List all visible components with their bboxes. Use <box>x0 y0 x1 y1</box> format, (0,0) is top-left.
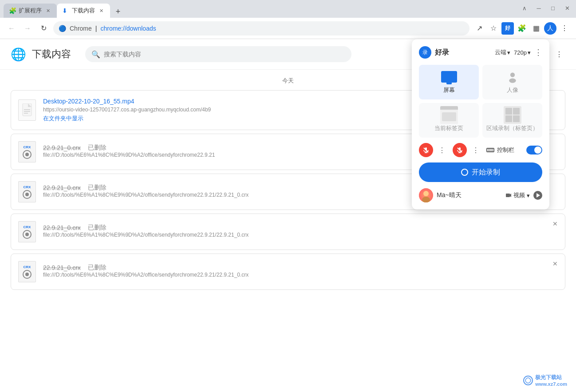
watermark-url: www.xz7.com <box>535 381 567 387</box>
control-bar-label: 控制栏 <box>497 146 514 154</box>
chrome-favicon: 🔵 <box>59 25 66 32</box>
cloud-dropdown[interactable]: 云端 ▾ <box>495 48 510 56</box>
popup-more-button[interactable]: ⋮ <box>534 48 542 57</box>
recording-popup: 录 好录 云端 ▾ 720p ▾ ⋮ <box>412 39 549 210</box>
user-play-button[interactable] <box>533 191 542 200</box>
user-avatar <box>419 188 433 202</box>
mic1-more-button[interactable]: ⋮ <box>437 144 447 156</box>
popup-header: 录 好录 云端 ▾ 720p ▾ ⋮ <box>419 46 542 59</box>
forward-button[interactable]: → <box>21 22 34 35</box>
cloud-label: 云端 <box>495 48 506 56</box>
chevron-up-icon[interactable]: ∧ <box>521 4 528 12</box>
tab-downloads-close[interactable]: ✕ <box>98 7 105 14</box>
region-source-icon <box>504 108 521 122</box>
sidebar-icon[interactable]: ▦ <box>530 22 542 35</box>
minimize-button[interactable]: ─ <box>535 4 542 12</box>
share-icon[interactable]: ↗ <box>473 22 485 35</box>
popup-brand: 录 好录 <box>419 46 449 59</box>
person-source-icon <box>504 70 521 83</box>
address-brand: Chrome <box>70 25 92 32</box>
profile-button[interactable]: 人 <box>544 22 556 35</box>
svg-marker-24 <box>510 194 511 197</box>
page-more-button[interactable]: ⋮ <box>553 48 565 60</box>
item-close-button[interactable]: ✕ <box>551 259 560 268</box>
item-close-button[interactable]: ✕ <box>551 219 560 228</box>
file-icon-video <box>18 99 36 121</box>
tab-source-icon <box>440 108 458 122</box>
extension-button[interactable]: 好 <box>501 22 514 35</box>
source-grid: 屏幕 人像 <box>419 65 542 138</box>
downloads-favicon: ⬇ <box>62 7 69 14</box>
tab-extensions-close[interactable]: ✕ <box>44 7 51 14</box>
tab-extensions-label: 扩展程序 <box>19 7 42 15</box>
source-tab[interactable]: 当前标签页 <box>419 103 479 138</box>
svg-point-5 <box>509 78 516 83</box>
popup-controls: 云端 ▾ 720p ▾ ⋮ <box>495 48 542 57</box>
window-controls: ∧ ─ □ ✕ <box>521 4 571 12</box>
address-url: chrome://downloads <box>100 25 156 32</box>
download-item: CRX 22.9.21_0.crx 已删除 file:///D:/tools/%… <box>11 214 565 250</box>
mic2-button[interactable] <box>453 143 467 157</box>
start-recording-button[interactable]: 开始录制 <box>419 162 542 182</box>
toolbar: ← → ↻ 🔵 Chrome | chrome://downloads ↗ ☆ … <box>0 18 576 39</box>
watermark-logo <box>523 375 533 386</box>
watermark: 极光下载站 www.xz7.com <box>523 374 567 387</box>
file-url: file:///D:/tools/%E6%A1%8C%E9%9D%A2/offi… <box>43 152 265 158</box>
quality-dropdown[interactable]: 720p ▾ <box>514 49 531 56</box>
svg-point-25 <box>524 376 533 385</box>
source-screen-label: 屏幕 <box>443 86 455 94</box>
svg-point-4 <box>510 73 514 77</box>
maximize-button[interactable]: □ <box>549 4 556 12</box>
start-recording-icon <box>461 169 468 176</box>
chrome-more-icon[interactable]: ⋮ <box>558 22 571 35</box>
svg-rect-23 <box>506 194 510 197</box>
source-screen[interactable]: 屏幕 <box>419 65 479 99</box>
tab-extensions[interactable]: 🧩 扩展程序 ✕ <box>4 4 57 18</box>
play-icon <box>537 193 540 198</box>
svg-rect-18 <box>491 149 492 151</box>
download-item: CRX 22.9.21_0.crx 已删除 file:///D:/tools/%… <box>11 253 565 290</box>
chrome-window: ∧ ─ □ ✕ 🧩 扩展程序 ✕ ⬇ 下载内容 ✕ + ← → ↻ 🔵 Chro… <box>0 0 576 392</box>
popup-logo: 录 <box>419 46 431 59</box>
video-dropdown[interactable]: 视频 ▾ <box>505 191 530 199</box>
mic2-more-button[interactable]: ⋮ <box>470 144 481 156</box>
screen-source-icon <box>440 70 458 83</box>
deleted-label: 已删除 <box>88 224 107 232</box>
new-tab-button[interactable]: + <box>112 5 124 18</box>
tab-thumbnail <box>440 106 458 124</box>
screen-display-icon <box>441 71 457 83</box>
source-region[interactable]: 区域录制（标签页） <box>482 103 542 138</box>
crx-file-icon: CRX <box>18 261 36 282</box>
puzzle-icon[interactable]: 🧩 <box>516 22 528 35</box>
toggle-knob <box>534 147 541 154</box>
refresh-button[interactable]: ↻ <box>37 22 50 35</box>
page-title: 下载内容 <box>32 48 71 61</box>
source-region-label: 区域录制（标签页） <box>486 124 538 132</box>
control-bar-icon <box>486 147 494 153</box>
source-person[interactable]: 人像 <box>482 65 542 99</box>
svg-rect-19 <box>493 149 493 151</box>
back-button[interactable]: ← <box>5 22 18 35</box>
search-input[interactable] <box>104 51 345 58</box>
control-bar-toggle[interactable] <box>526 146 542 154</box>
mic1-button[interactable] <box>419 143 433 157</box>
quality-chevron: ▾ <box>528 49 531 56</box>
search-icon: 🔍 <box>91 50 100 59</box>
close-button[interactable]: ✕ <box>564 4 571 12</box>
person-display-icon <box>507 71 518 82</box>
popup-title: 好录 <box>435 48 449 57</box>
user-name: Ma~晴天 <box>437 191 502 199</box>
svg-rect-16 <box>489 149 489 151</box>
crx-file-icon: CRX <box>18 141 36 162</box>
search-bar[interactable]: 🔍 <box>85 46 351 62</box>
file-url: file:///D:/tools/%E6%A1%8C%E9%9D%A2/offi… <box>43 192 265 198</box>
region-thumbnail <box>504 106 521 124</box>
download-info: 22.9.21_0.crx 已删除 file:///D:/tools/%E6%A… <box>43 224 558 240</box>
svg-rect-17 <box>490 149 491 151</box>
bookmark-icon[interactable]: ☆ <box>487 22 500 35</box>
chrome-logo: 🌐 <box>11 47 25 61</box>
video-icon <box>505 192 512 198</box>
tab-downloads[interactable]: ⬇ 下载内容 ✕ <box>57 4 110 18</box>
deleted-label: 已删除 <box>88 144 107 152</box>
address-bar[interactable]: 🔵 Chrome | chrome://downloads <box>53 21 469 36</box>
